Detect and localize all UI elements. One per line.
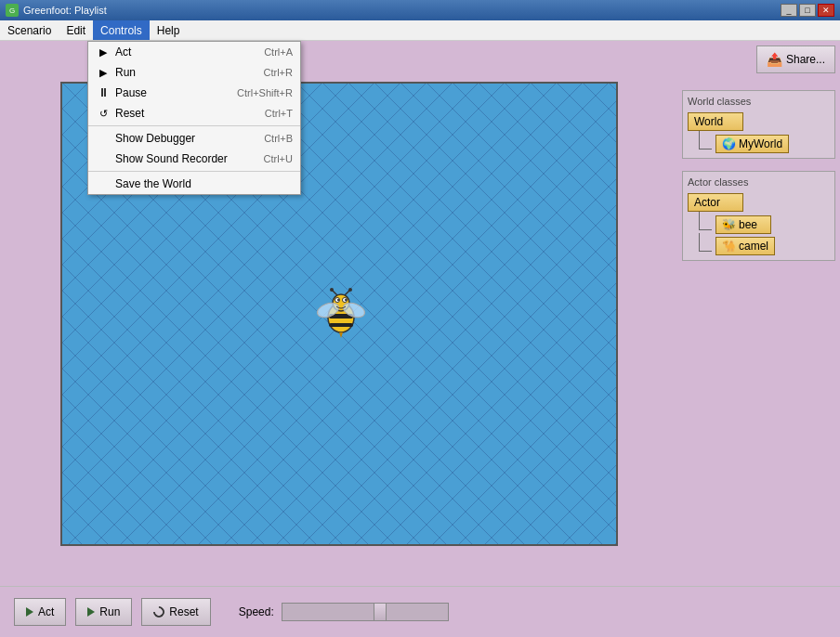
act-triangle-icon <box>26 607 33 617</box>
act-btn-label: Act <box>38 605 54 618</box>
reset-shortcut: Ctrl+T <box>265 108 293 119</box>
close-button[interactable]: ✕ <box>818 4 834 17</box>
speed-slider[interactable] <box>282 603 449 621</box>
act-shortcut: Ctrl+A <box>264 46 293 58</box>
world-class-child: 🌍 MyWorld <box>699 135 830 153</box>
bee-class-child: 🐝 bee <box>699 215 830 234</box>
menu-help[interactable]: Help <box>150 20 188 40</box>
run-button[interactable]: Run <box>75 598 132 626</box>
run-triangle-icon <box>87 607 95 617</box>
share-label: Share... <box>786 53 825 66</box>
save-world-label: Save the World <box>115 177 288 190</box>
act-button[interactable]: Act <box>14 598 66 626</box>
menu-act[interactable]: ▶ Act Ctrl+A <box>88 42 300 62</box>
camel-icon: 🐪 <box>722 240 736 253</box>
run-icon: ▶ <box>96 67 111 79</box>
act-icon: ▶ <box>96 46 111 58</box>
menu-scenario[interactable]: Scenario <box>0 20 59 40</box>
run-btn-label: Run <box>99 605 120 618</box>
menu-show-sound[interactable]: Show Sound Recorder Ctrl+U <box>88 149 300 169</box>
world-class-box[interactable]: World <box>688 112 743 131</box>
bee-sprite <box>313 288 369 339</box>
svg-point-9 <box>330 288 334 292</box>
menu-edit[interactable]: Edit <box>59 20 93 40</box>
actor-label: Actor <box>694 196 720 209</box>
camel-class-box[interactable]: 🐪 camel <box>715 237 775 255</box>
maximize-button[interactable]: □ <box>799 4 816 17</box>
actor-class-root: Actor <box>688 193 830 212</box>
svg-rect-2 <box>329 323 353 327</box>
pause-icon <box>96 87 111 98</box>
world-classes-section: World classes World 🌍 MyWorld <box>682 90 835 159</box>
camel-label: camel <box>739 240 768 253</box>
svg-marker-14 <box>339 332 343 338</box>
speed-label: Speed: <box>239 605 274 618</box>
window-title: Greenfoot: Playlist <box>23 5 781 16</box>
menubar: Scenario Edit Controls Help <box>0 20 840 41</box>
debugger-shortcut: Ctrl+B <box>264 133 293 144</box>
actor-classes-section: Actor classes Actor 🐝 bee 🐪 camel <box>682 171 835 261</box>
run-shortcut: Ctrl+R <box>264 67 293 78</box>
bee-icon: 🐝 <box>722 218 736 231</box>
actor-classes-label: Actor classes <box>688 176 830 188</box>
pause-shortcut: Ctrl+Shift+R <box>237 87 293 98</box>
camel-class-child: 🐪 camel <box>699 237 830 255</box>
actor-class-box[interactable]: Actor <box>688 193 743 212</box>
svg-point-5 <box>337 299 339 301</box>
reset-label: Reset <box>115 107 260 120</box>
bottom-toolbar: Act Run Reset Speed: <box>0 586 840 637</box>
myworld-class-box[interactable]: 🌍 MyWorld <box>715 135 789 153</box>
myworld-label: MyWorld <box>739 137 782 150</box>
act-label: Act <box>115 46 259 58</box>
sound-label: Show Sound Recorder <box>115 152 259 165</box>
sound-shortcut: Ctrl+U <box>264 153 293 164</box>
menu-reset[interactable]: ↺ Reset Ctrl+T <box>88 103 300 124</box>
svg-point-11 <box>348 288 352 292</box>
right-panel: 📤 Share... World classes World 🌍 MyWorld <box>677 41 840 586</box>
bee-svg <box>313 288 369 339</box>
reset-icon: ↺ <box>96 108 111 120</box>
menu-run[interactable]: ▶ Run Ctrl+R <box>88 62 300 83</box>
separator-1 <box>88 125 300 126</box>
title-bar: G Greenfoot: Playlist _ □ ✕ <box>0 0 840 20</box>
speed-section: Speed: <box>239 603 449 621</box>
minimize-button[interactable]: _ <box>781 4 797 17</box>
share-icon: 📤 <box>767 52 782 67</box>
window-controls: _ □ ✕ <box>781 4 834 17</box>
reset-btn-label: Reset <box>169 605 198 618</box>
menu-controls[interactable]: Controls <box>93 20 150 40</box>
share-button[interactable]: 📤 Share... <box>756 46 835 73</box>
world-classes-label: World classes <box>688 96 830 107</box>
bee-class-box[interactable]: 🐝 bee <box>715 215 771 234</box>
bee-label: bee <box>739 218 757 231</box>
world-class-label: World <box>694 115 723 128</box>
separator-2 <box>88 171 300 172</box>
debugger-label: Show Debugger <box>115 132 259 145</box>
menu-pause[interactable]: Pause Ctrl+Shift+R <box>88 83 300 103</box>
app-icon: G <box>6 4 19 17</box>
reset-circle-icon <box>151 604 167 620</box>
controls-dropdown-menu: ▶ Act Ctrl+A ▶ Run Ctrl+R Pause Ctrl+Shi… <box>87 41 301 195</box>
svg-point-7 <box>345 299 347 301</box>
world-class-root: World <box>688 112 830 131</box>
myworld-icon: 🌍 <box>722 137 736 150</box>
menu-save-world[interactable]: Save the World <box>88 174 300 194</box>
pause-label: Pause <box>115 86 232 99</box>
menu-show-debugger[interactable]: Show Debugger Ctrl+B <box>88 128 300 149</box>
run-label: Run <box>115 66 259 79</box>
reset-button[interactable]: Reset <box>141 598 210 626</box>
